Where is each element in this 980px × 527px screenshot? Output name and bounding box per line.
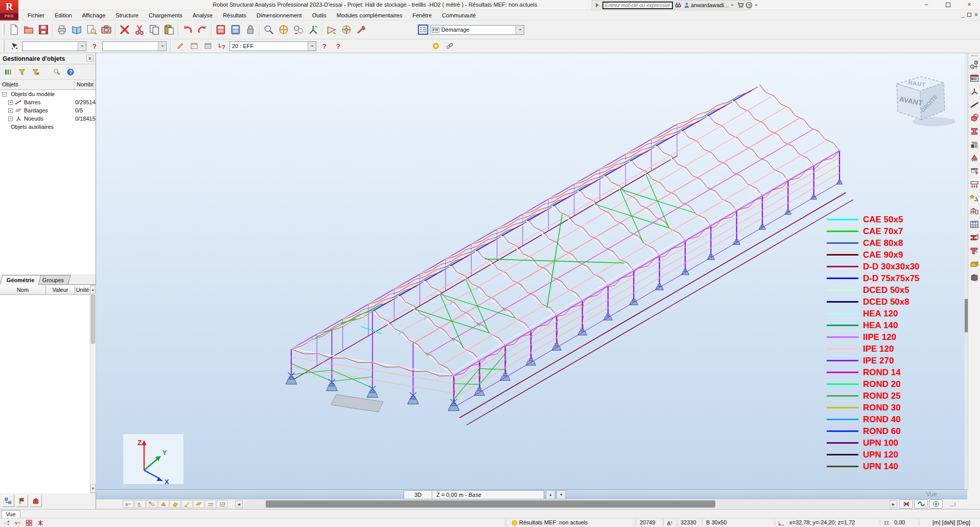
lock-button[interactable] — [243, 22, 258, 37]
panel-button[interactable] — [969, 139, 980, 150]
load-values-toggle[interactable]: 123 — [217, 500, 228, 508]
panel-scrollbar[interactable]: ▲ ▼ — [90, 285, 96, 493]
menu-analyse[interactable]: Analyse — [188, 11, 218, 19]
zoom-button[interactable] — [261, 22, 276, 37]
field-question-button[interactable]: Y? — [13, 519, 22, 527]
steel-connection-button[interactable] — [969, 245, 980, 257]
panel-close-button[interactable]: × — [86, 55, 94, 62]
view-corner-tab[interactable]: Vue — [911, 491, 952, 498]
display-tree-button[interactable] — [2, 495, 14, 507]
zoom-window-button[interactable] — [291, 22, 306, 37]
menu-edition[interactable]: Édition — [50, 11, 77, 19]
tree-item-objets-du-modele[interactable]: −Objets du modèle — [0, 90, 96, 98]
restore-button[interactable] — [937, 0, 959, 10]
screen-capture-button[interactable] — [84, 22, 99, 37]
menu-chargements[interactable]: Chargements — [144, 11, 188, 19]
help-button[interactable]: ? — [64, 66, 76, 77]
menu-modules-complementaires[interactable]: Modules complémentaires — [332, 11, 407, 19]
filter-remove-button[interactable] — [30, 66, 41, 77]
menu-affichage[interactable]: Affichage — [77, 11, 111, 19]
minimize-button[interactable]: – — [916, 0, 937, 10]
print-preview-button[interactable] — [69, 22, 84, 37]
local-axes-toggle[interactable] — [181, 500, 193, 508]
column-nom[interactable]: Nom — [0, 285, 46, 294]
paste-button[interactable] — [161, 22, 176, 37]
toolbar-grip[interactable] — [2, 40, 5, 52]
select-pointer-button[interactable] — [8, 41, 20, 52]
copy-button[interactable] — [147, 22, 161, 37]
camera-button[interactable] — [99, 22, 113, 37]
account-button[interactable]: anwardawadi... — [683, 2, 735, 9]
display-window-button[interactable] — [188, 41, 200, 52]
edit-pencil-button[interactable] — [174, 41, 186, 52]
move-nodes-button[interactable] — [2, 519, 11, 527]
level-up-icon[interactable]: ▲ — [546, 490, 555, 499]
node-numbers-toggle[interactable]: n — [134, 500, 146, 508]
display-attributes-button[interactable] — [969, 73, 980, 84]
numbering-button[interactable]: 1A — [969, 59, 980, 71]
support-button[interactable] — [969, 152, 980, 164]
node-button[interactable] — [969, 86, 980, 97]
tree-item-noeuds[interactable]: +Noeuds0/18415 — [0, 114, 96, 123]
calculator-button[interactable] — [213, 22, 228, 37]
tree-item-barres[interactable]: +Barres0/29514 — [0, 98, 96, 106]
bar-section-button[interactable] — [969, 126, 980, 137]
no-section-button[interactable] — [899, 499, 913, 509]
column-valeur[interactable]: Valeur — [46, 285, 75, 294]
horizontal-scrollbar[interactable] — [244, 500, 889, 508]
redo-button[interactable] — [195, 22, 209, 37]
tab-vue[interactable]: Vue — [1, 510, 20, 518]
section-shape-toggle[interactable] — [170, 500, 181, 508]
node-selection-combo[interactable] — [22, 41, 86, 51]
level-selector[interactable]: Z = 0,00 m - Base — [432, 490, 544, 499]
bar-button[interactable] — [969, 99, 980, 110]
delete-button[interactable] — [117, 22, 132, 37]
expand-icon[interactable]: + — [8, 117, 13, 121]
column-unite[interactable]: Unité — [75, 285, 90, 294]
viewport-3d[interactable]: HAUTAVANTDROITE ZYX CAE 50x5CAE 70x7CAE … — [96, 53, 967, 489]
menu-structure[interactable]: Structure — [110, 11, 144, 19]
menu-outils[interactable]: Outils — [307, 11, 332, 19]
cut-button[interactable] — [132, 22, 147, 37]
column-nombre[interactable]: Nombre d'... — [75, 80, 94, 89]
view-name-cell[interactable]: 3D — [404, 490, 432, 499]
supports-toggle[interactable] — [158, 500, 169, 508]
timber-member-button[interactable] — [969, 259, 980, 270]
measure-button[interactable] — [324, 22, 339, 37]
pan-button[interactable] — [276, 22, 291, 37]
close-button[interactable]: × — [959, 0, 980, 10]
preferences-button[interactable] — [339, 22, 354, 37]
view-cube[interactable]: HAUTAVANTDROITE — [885, 67, 967, 130]
bar-numbers-toggle[interactable]: N12 — [146, 500, 157, 508]
expand-icon[interactable]: + — [8, 100, 13, 105]
scrollbar-thumb[interactable] — [266, 500, 715, 508]
bar-load-button[interactable] — [969, 166, 980, 177]
grid-cells-button[interactable] — [25, 519, 34, 527]
tab-geometrie[interactable]: Géométrie — [0, 275, 41, 285]
steel-section-button[interactable] — [969, 232, 980, 243]
special-load-button[interactable] — [969, 192, 980, 203]
units-display[interactable]: [m] [daN] [Deg] — [932, 519, 970, 525]
case-help-2-button[interactable]: ? — [332, 41, 344, 52]
resize-grip[interactable] — [950, 502, 955, 507]
scroll-down-icon[interactable]: ▼ — [90, 484, 96, 493]
store-button[interactable] — [737, 2, 744, 9]
new-project-button[interactable] — [6, 22, 21, 37]
link-button[interactable] — [444, 41, 455, 52]
frame-generator-button[interactable] — [969, 205, 980, 217]
undo-button[interactable] — [180, 22, 195, 37]
display-window-2-button[interactable] — [202, 41, 214, 52]
print-button[interactable] — [54, 22, 69, 37]
cut-plane-button[interactable] — [36, 519, 45, 527]
search-expand-icon[interactable] — [594, 2, 601, 9]
deformation-button[interactable] — [914, 499, 928, 509]
toolbar-grip[interactable] — [2, 24, 5, 35]
scroll-left-icon[interactable]: ◀ — [235, 500, 243, 508]
case-help-button[interactable]: ? — [318, 41, 330, 52]
context-help-button[interactable]: ? — [216, 41, 227, 52]
layout-list-button[interactable] — [415, 22, 430, 37]
visibility-button[interactable] — [929, 499, 943, 509]
calculator-results-button[interactable] — [228, 22, 243, 37]
tree-item-objets-auxiliaires[interactable]: Objets auxiliaires — [0, 123, 96, 131]
mdi-close-button[interactable]: × — [974, 11, 978, 18]
